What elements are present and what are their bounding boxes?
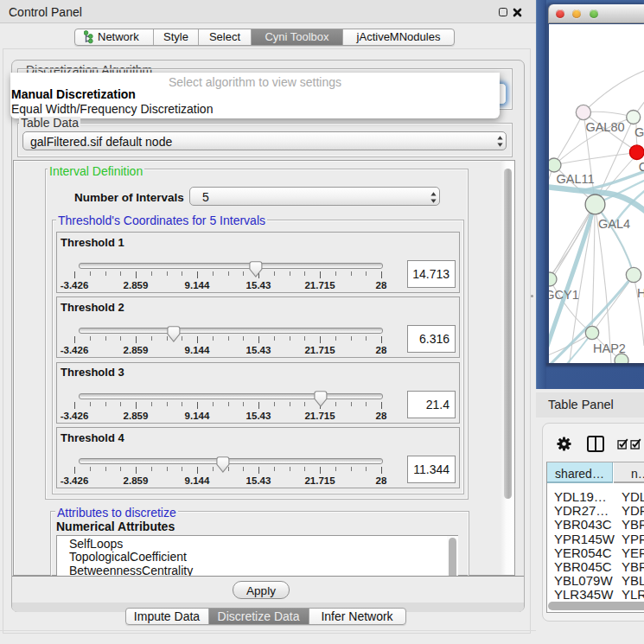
svg-text:C: C bbox=[639, 160, 644, 174]
svg-text:GAL4: GAL4 bbox=[598, 217, 630, 231]
svg-text:H: H bbox=[637, 286, 644, 300]
svg-text:GCY1: GCY1 bbox=[549, 288, 579, 302]
svg-text:GA: GA bbox=[634, 125, 644, 139]
svg-text:GAL80: GAL80 bbox=[585, 120, 624, 134]
svg-text:HAP2: HAP2 bbox=[593, 341, 626, 355]
svg-text:GAL11: GAL11 bbox=[556, 172, 594, 186]
